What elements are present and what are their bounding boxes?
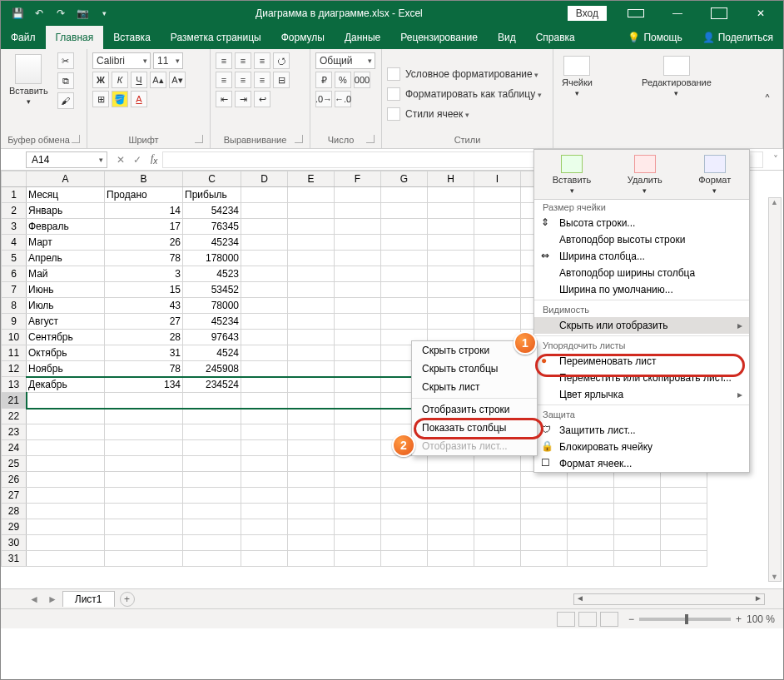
cell[interactable] xyxy=(474,203,521,219)
cell[interactable] xyxy=(428,203,474,219)
cell[interactable]: 31 xyxy=(105,345,183,361)
dec-decimal-icon[interactable]: ←.0 xyxy=(335,91,351,107)
align-right-icon[interactable]: ≡ xyxy=(254,72,270,88)
cell[interactable] xyxy=(428,187,474,203)
cell[interactable] xyxy=(241,219,288,235)
cell[interactable] xyxy=(335,472,381,488)
cell[interactable] xyxy=(105,456,183,472)
cell[interactable]: 97643 xyxy=(183,330,241,345)
cell[interactable] xyxy=(428,235,474,251)
cell[interactable] xyxy=(105,472,183,488)
cell[interactable] xyxy=(335,551,381,567)
cell[interactable]: 15 xyxy=(105,282,183,298)
cell[interactable] xyxy=(241,424,288,440)
cell[interactable] xyxy=(381,187,428,203)
cell[interactable] xyxy=(288,298,335,314)
column-header[interactable]: F xyxy=(335,171,381,187)
cell[interactable] xyxy=(241,519,288,535)
copy-icon[interactable]: ⧉ xyxy=(57,72,74,89)
cell[interactable] xyxy=(474,282,521,298)
qat-more-icon[interactable]: ▾ xyxy=(97,7,111,20)
cell[interactable] xyxy=(241,456,288,472)
wrap-icon[interactable]: ↩ xyxy=(254,91,270,107)
cell[interactable]: Октябрь xyxy=(27,345,105,361)
cell[interactable] xyxy=(474,298,521,314)
column-header[interactable]: E xyxy=(288,171,335,187)
cell[interactable] xyxy=(428,266,474,282)
cell[interactable] xyxy=(241,298,288,314)
cell[interactable]: 178000 xyxy=(183,251,241,266)
cell[interactable] xyxy=(288,282,335,298)
cell[interactable] xyxy=(521,488,568,504)
cell[interactable] xyxy=(241,251,288,266)
cell[interactable] xyxy=(288,519,335,535)
cell[interactable]: Февраль xyxy=(27,219,105,235)
cell[interactable] xyxy=(241,472,288,488)
row-header[interactable]: 2 xyxy=(2,203,27,219)
cell[interactable] xyxy=(568,488,614,504)
cell[interactable] xyxy=(614,472,661,488)
column-header[interactable]: B xyxy=(105,171,183,187)
cell[interactable] xyxy=(241,440,288,456)
cell[interactable] xyxy=(428,551,474,567)
cell[interactable] xyxy=(183,456,241,472)
dialog-launcher-icon[interactable] xyxy=(366,135,375,143)
cell[interactable] xyxy=(614,488,661,504)
cell[interactable]: 14 xyxy=(105,203,183,219)
cell[interactable] xyxy=(381,504,428,519)
cell[interactable] xyxy=(288,203,335,219)
hide-cols-item[interactable]: Скрыть столбцы xyxy=(412,360,537,378)
cell[interactable] xyxy=(381,203,428,219)
cell[interactable] xyxy=(335,187,381,203)
cell[interactable] xyxy=(474,504,521,519)
cell[interactable]: 245908 xyxy=(183,361,241,377)
tab-view[interactable]: Вид xyxy=(488,26,526,49)
cell[interactable] xyxy=(241,504,288,519)
minimize-button[interactable]: — xyxy=(658,1,697,26)
cell[interactable]: 28 xyxy=(105,330,183,345)
cell[interactable] xyxy=(335,330,381,345)
cell[interactable] xyxy=(428,282,474,298)
cell[interactable] xyxy=(428,488,474,504)
cell[interactable] xyxy=(614,535,661,551)
cell[interactable] xyxy=(335,235,381,251)
maximize-button[interactable] xyxy=(700,1,738,26)
cell[interactable]: 53452 xyxy=(183,282,241,298)
cell[interactable]: 26 xyxy=(105,235,183,251)
cell[interactable] xyxy=(568,519,614,535)
cell[interactable] xyxy=(288,187,335,203)
cell[interactable] xyxy=(27,393,105,409)
cells-button[interactable]: Ячейки▾ xyxy=(558,54,596,146)
cell[interactable] xyxy=(27,409,105,424)
cell[interactable] xyxy=(241,282,288,298)
cell[interactable] xyxy=(288,377,335,393)
cell[interactable] xyxy=(105,393,183,409)
cell[interactable] xyxy=(661,472,707,488)
default-width-item[interactable]: Ширина по умолчанию... xyxy=(534,281,749,298)
row-header[interactable]: 25 xyxy=(2,456,27,472)
indent-inc-icon[interactable]: ⇥ xyxy=(235,91,251,107)
cell[interactable] xyxy=(381,282,428,298)
cell[interactable] xyxy=(27,551,105,567)
insert-cells-button[interactable]: Вставить▾ xyxy=(549,153,595,196)
cell[interactable]: 4523 xyxy=(183,266,241,282)
align-top-icon[interactable]: ≡ xyxy=(216,52,232,69)
cell[interactable]: Прибыль xyxy=(183,187,241,203)
cell[interactable] xyxy=(335,314,381,330)
column-header[interactable]: A xyxy=(27,171,105,187)
cell[interactable] xyxy=(335,203,381,219)
cell[interactable] xyxy=(288,393,335,409)
cell[interactable]: Март xyxy=(27,235,105,251)
cell[interactable] xyxy=(335,504,381,519)
currency-icon[interactable]: ₽ xyxy=(315,72,332,88)
fill-color-icon[interactable]: 🪣 xyxy=(112,91,128,107)
cell[interactable] xyxy=(474,187,521,203)
cell[interactable] xyxy=(614,504,661,519)
cell[interactable]: 43 xyxy=(105,298,183,314)
tab-review[interactable]: Рецензирование xyxy=(390,26,488,49)
cell[interactable] xyxy=(288,488,335,504)
row-header[interactable]: 28 xyxy=(2,504,27,519)
tab-layout[interactable]: Разметка страницы xyxy=(161,26,271,49)
tab-insert[interactable]: Вставка xyxy=(103,26,161,49)
row-header[interactable]: 9 xyxy=(2,314,27,330)
